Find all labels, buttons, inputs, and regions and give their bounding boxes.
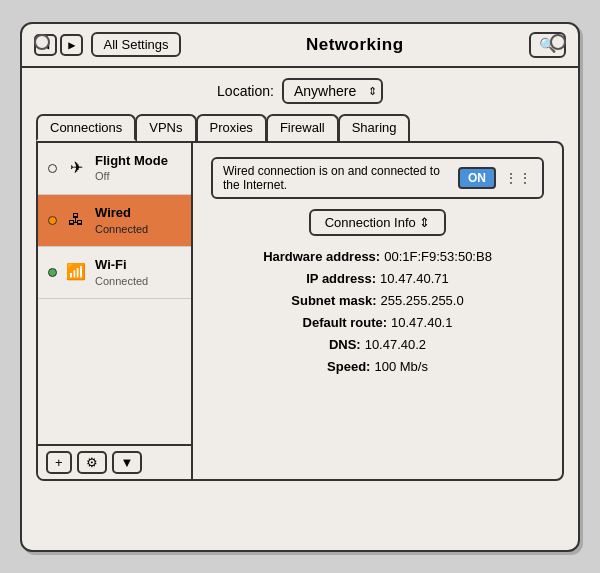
wired-status-dot	[48, 216, 57, 225]
title-bar: ◀ ▶ All Settings Networking 🔍	[22, 24, 578, 68]
window-circle-right	[550, 34, 566, 50]
wired-icon: 🖧	[65, 210, 87, 231]
speed-label: Speed:	[327, 356, 370, 378]
wifi-name: Wi-Fi	[95, 257, 148, 274]
flight-mode-name: Flight Mode	[95, 153, 168, 170]
default-route-row: Default route: 10.47.40.1	[211, 312, 544, 334]
main-window: ◀ ▶ All Settings Networking 🔍 Location: …	[20, 22, 580, 552]
speed-row: Speed: 100 Mb/s	[211, 356, 544, 378]
tab-vpns[interactable]: VPNs	[135, 114, 196, 141]
location-selector[interactable]: Anywhere Home Work Custom	[282, 78, 383, 104]
flight-mode-status-dot	[48, 164, 57, 173]
dns-row: DNS: 10.47.40.2	[211, 334, 544, 356]
gear-button[interactable]: ⚙	[77, 451, 107, 474]
tab-connections[interactable]: Connections	[36, 114, 136, 141]
sidebar-item-wifi[interactable]: 📶 Wi-Fi Connected	[38, 247, 191, 299]
sidebar-toolbar: + ⚙ ▼	[38, 444, 191, 479]
location-select[interactable]: Anywhere Home Work Custom	[282, 78, 383, 104]
hardware-address-label: Hardware address:	[263, 246, 380, 268]
more-button[interactable]: ▼	[112, 451, 143, 474]
sidebar-item-flight-mode[interactable]: ✈ Flight Mode Off	[38, 143, 191, 195]
wired-name: Wired	[95, 205, 148, 222]
connection-details: Hardware address: 00:1F:F9:53:50:B8 IP a…	[211, 246, 544, 379]
speed-value: 100 Mb/s	[374, 356, 427, 378]
tabs-bar: Connections VPNs Proxies Firewall Sharin…	[22, 114, 578, 141]
location-bar: Location: Anywhere Home Work Custom	[22, 68, 578, 114]
dns-value: 10.47.40.2	[365, 334, 426, 356]
location-label: Location:	[217, 83, 274, 99]
add-connection-button[interactable]: +	[46, 451, 72, 474]
window-circle-left	[34, 34, 50, 50]
tab-proxies[interactable]: Proxies	[196, 114, 267, 141]
right-panel: Wired connection is on and connected to …	[193, 143, 562, 479]
all-settings-button[interactable]: All Settings	[91, 32, 180, 57]
subnet-mask-row: Subnet mask: 255.255.255.0	[211, 290, 544, 312]
dns-label: DNS:	[329, 334, 361, 356]
tab-sharing[interactable]: Sharing	[338, 114, 411, 141]
sidebar-list: ✈ Flight Mode Off 🖧 Wired Connected	[38, 143, 191, 444]
hardware-address-row: Hardware address: 00:1F:F9:53:50:B8	[211, 246, 544, 268]
subnet-mask-label: Subnet mask:	[291, 290, 376, 312]
on-toggle-button[interactable]: ON	[458, 167, 496, 189]
ip-address-value: 10.47.40.71	[380, 268, 449, 290]
connection-info-button[interactable]: Connection Info ⇕	[309, 209, 447, 236]
forward-button[interactable]: ▶	[60, 34, 83, 56]
sidebar-item-wired[interactable]: 🖧 Wired Connected	[38, 195, 191, 247]
subnet-mask-value: 255.255.255.0	[381, 290, 464, 312]
connection-status-bar: Wired connection is on and connected to …	[211, 157, 544, 199]
ip-address-row: IP address: 10.47.40.71	[211, 268, 544, 290]
default-route-value: 10.47.40.1	[391, 312, 452, 334]
main-area: ✈ Flight Mode Off 🖧 Wired Connected	[36, 141, 564, 481]
connection-status-text: Wired connection is on and connected to …	[223, 164, 450, 192]
wifi-icon: 📶	[65, 262, 87, 283]
hardware-address-value: 00:1F:F9:53:50:B8	[384, 246, 492, 268]
ip-address-label: IP address:	[306, 268, 376, 290]
wired-status: Connected	[95, 222, 148, 236]
default-route-label: Default route:	[303, 312, 388, 334]
menu-icon: ⋮⋮	[504, 170, 532, 186]
flight-mode-status: Off	[95, 169, 168, 183]
sidebar: ✈ Flight Mode Off 🖧 Wired Connected	[38, 143, 193, 479]
tab-firewall[interactable]: Firewall	[266, 114, 339, 141]
wifi-status: Connected	[95, 274, 148, 288]
window-title: Networking	[189, 35, 521, 55]
flight-mode-icon: ✈	[65, 158, 87, 179]
wifi-status-dot	[48, 268, 57, 277]
